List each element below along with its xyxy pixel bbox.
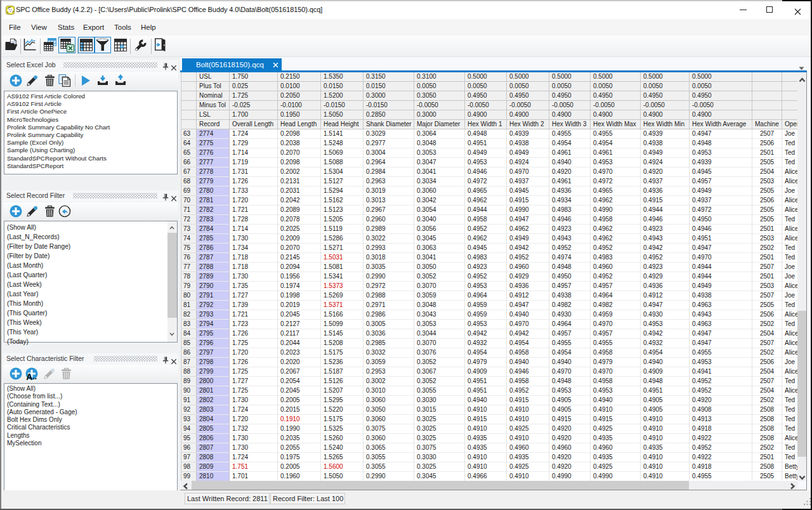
svg-text:A: A — [26, 372, 32, 381]
svg-text:..: .. — [33, 372, 37, 381]
